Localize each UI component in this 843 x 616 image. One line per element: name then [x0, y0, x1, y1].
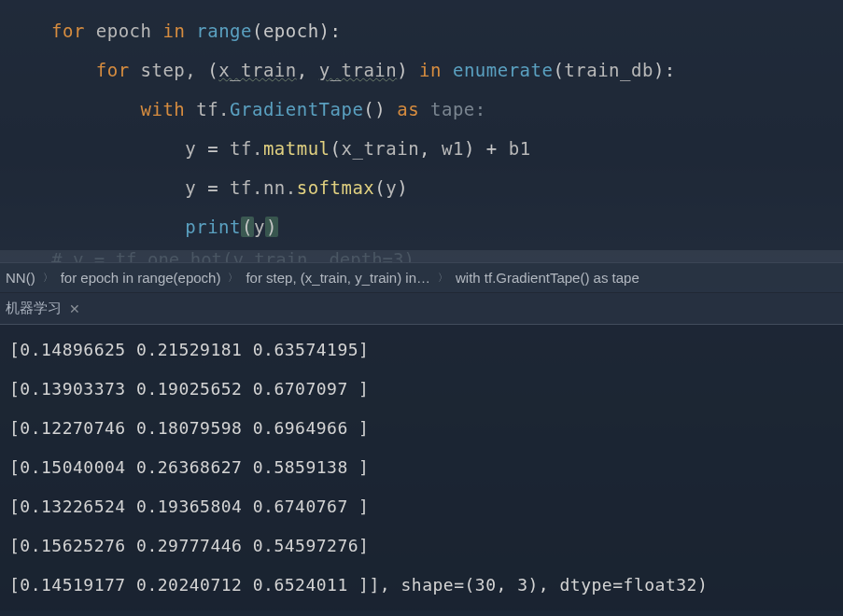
- console-line: [0.13226524 0.19365804 0.6740767 ]: [9, 487, 834, 526]
- console-line: [0.15625276 0.29777446 0.54597276]: [9, 526, 834, 566]
- chevron-right-icon: 〉: [438, 271, 448, 285]
- console-tab-label[interactable]: 机器学习: [6, 300, 62, 317]
- code-line-6: print(y): [51, 207, 843, 246]
- code-line-3: with tf.GradientTape() as tape:: [51, 90, 843, 129]
- console-tab-bar: 机器学习 ✕: [0, 293, 843, 325]
- code-editor[interactable]: for epoch in range(epoch): for step, (x_…: [0, 0, 843, 246]
- code-line-4: y = tf.matmul(x_train, w1) + b1: [51, 129, 843, 168]
- console-line: [0.15040004 0.26368627 0.5859138 ]: [9, 448, 834, 487]
- code-line-2: for step, (x_train, y_train) in enumerat…: [51, 50, 843, 90]
- chevron-right-icon: 〉: [43, 271, 53, 285]
- breadcrumb-item[interactable]: NN(): [4, 270, 37, 286]
- console-output[interactable]: [0.14896625 0.21529181 0.63574195] [0.13…: [0, 325, 843, 610]
- breadcrumb-item[interactable]: with tf.GradientTape() as tape: [454, 270, 641, 286]
- breadcrumb-item[interactable]: for epoch in range(epoch): [59, 270, 223, 286]
- console-line: [0.14519177 0.20240712 0.6524011 ]], sha…: [9, 566, 834, 605]
- code-line-1: for epoch in range(epoch):: [51, 11, 843, 50]
- console-line: [0.13903373 0.19025652 0.6707097 ]: [9, 370, 834, 409]
- breadcrumb[interactable]: NN() 〉 for epoch in range(epoch) 〉 for s…: [0, 263, 843, 293]
- chevron-right-icon: 〉: [228, 271, 238, 285]
- close-icon[interactable]: ✕: [69, 301, 80, 316]
- console-line: [0.14896625 0.21529181 0.63574195]: [9, 330, 834, 370]
- faded-code-line: # y = tf.one_hot(y_train, depth=3): [0, 250, 843, 263]
- breadcrumb-item[interactable]: for step, (x_train, y_train) in…: [244, 270, 432, 286]
- code-line-5: y = tf.nn.softmax(y): [51, 168, 843, 207]
- console-line: [0.12270746 0.18079598 0.6964966 ]: [9, 409, 834, 448]
